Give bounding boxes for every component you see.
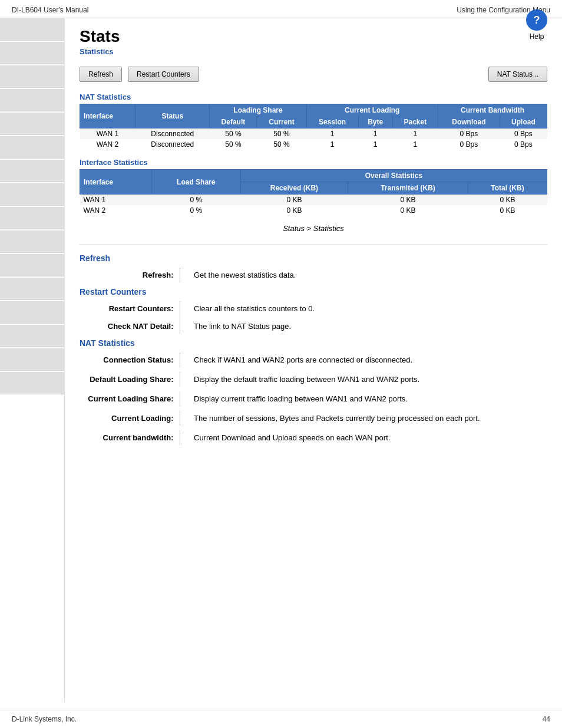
th-current-loading: Current Loading <box>306 104 438 117</box>
sidebar-block-13 <box>0 301 64 324</box>
current-bandwidth-value: Current Download and Upload speeds on ea… <box>187 430 547 445</box>
nat-row: Check NAT Detail: The link to NAT Status… <box>80 316 547 334</box>
restart-row: Restart Counters: Clear all the statisti… <box>80 301 547 316</box>
sep1 <box>180 268 187 282</box>
if-table-row: WAN 2 0 % 0 KB 0 KB 0 KB <box>80 205 547 216</box>
current-loading-value: The number of sessions, Bytes and Packet… <box>187 411 547 426</box>
conn-label: Connection Status: <box>80 353 180 367</box>
page-header: DI-LB604 User's Manual Using the Configu… <box>0 0 562 18</box>
button-row: Refresh Restart Counters NAT Status .. <box>80 67 547 82</box>
refresh-value: Get the newest statistics data. <box>187 268 547 282</box>
nat-current: 50 % <box>257 129 306 140</box>
spacer-row1 <box>80 282 547 287</box>
if-table-row: WAN 1 0 % 0 KB 0 KB 0 KB <box>80 195 547 206</box>
th-if-interface: Interface <box>80 170 152 195</box>
th-current-bandwidth: Current Bandwidth <box>438 104 547 117</box>
sep7 <box>180 411 187 426</box>
sidebar-block-15 <box>0 348 64 371</box>
current-loading-share-value: Display current traffic loading between … <box>187 391 547 406</box>
interface-statistics-title: Interface Statistics <box>80 158 547 167</box>
sidebar-block-9 <box>0 207 64 229</box>
th-download: Download <box>438 116 500 129</box>
nat-current: 50 % <box>257 139 306 150</box>
nat-check-label: Check NAT Detail: <box>80 316 180 334</box>
sidebar-block-7 <box>0 160 64 182</box>
sidebar-block-14 <box>0 325 64 347</box>
spacer-row3 <box>80 367 547 372</box>
th-loading-share: Loading Share <box>210 104 306 117</box>
refresh-button[interactable]: Refresh <box>80 67 122 82</box>
th-if-received: Received (KB) <box>240 182 348 195</box>
nat-upload: 0 Bps <box>500 129 547 140</box>
current-loading-label: Current Loading: <box>80 411 180 426</box>
desc-table: Refresh: Get the newest statistics data. <box>80 268 547 287</box>
help-button[interactable]: ? Help <box>526 9 547 41</box>
nat-upload: 0 Bps <box>500 139 547 150</box>
th-byte: Byte <box>358 116 392 129</box>
sidebar-block-6 <box>0 136 64 159</box>
sep5 <box>180 372 187 387</box>
sep3 <box>180 316 187 334</box>
th-session: Session <box>306 116 358 129</box>
current-loading-share-row: Current Loading Share: Display current t… <box>80 391 547 406</box>
sidebar-block-12 <box>0 278 64 300</box>
th-status: Status <box>135 104 210 129</box>
sidebar-block-1 <box>0 18 64 41</box>
nat-stats-heading: NAT Statistics <box>80 338 547 348</box>
nat-interface: WAN 1 <box>80 129 135 140</box>
if-transmited: 0 KB <box>348 205 468 216</box>
refresh-row: Refresh: Get the newest statistics data. <box>80 268 547 282</box>
footer-left: D-Link Systems, Inc. <box>12 715 77 723</box>
sep6 <box>180 391 187 406</box>
refresh-label: Refresh: <box>80 268 180 282</box>
footer-right: 44 <box>543 715 550 723</box>
default-loading-label: Default Loading Share: <box>80 372 180 387</box>
nat-byte: 1 <box>358 139 392 150</box>
page-title: Stats <box>80 27 547 46</box>
nat-default: 50 % <box>210 139 257 150</box>
sidebar-block-10 <box>0 230 64 253</box>
th-interface: Interface <box>80 104 135 129</box>
nat-byte: 1 <box>358 129 392 140</box>
th-if-transmited: Transmited (KB) <box>348 182 468 195</box>
interface-statistics-table: Interface Load Share Overall Statistics … <box>80 169 547 216</box>
restart-heading: Restart Counters <box>80 287 547 297</box>
if-loadshare: 0 % <box>151 205 240 216</box>
page-subtitle: Statistics <box>80 47 547 56</box>
default-loading-row: Default Loading Share: Display the defau… <box>80 372 547 387</box>
if-total: 0 KB <box>468 205 547 216</box>
nat-table-row: WAN 2 Disconnected 50 % 50 % 1 1 1 0 Bps… <box>80 139 547 150</box>
left-sidebar <box>0 18 65 702</box>
sidebar-block-8 <box>0 183 64 206</box>
sidebar-block-5 <box>0 113 64 135</box>
restart-counters-button[interactable]: Restart Counters <box>128 67 199 82</box>
th-if-overall: Overall Statistics <box>240 170 547 182</box>
current-loading-row: Current Loading: The number of sessions,… <box>80 411 547 426</box>
th-current: Current <box>257 116 306 129</box>
nat-interface: WAN 2 <box>80 139 135 150</box>
nat-status-button[interactable]: NAT Status .. <box>488 67 547 82</box>
restart-value: Clear all the statistics counters to 0. <box>187 301 547 316</box>
sidebar-block-11 <box>0 254 64 276</box>
sidebar-block-16 <box>0 372 64 394</box>
current-bandwidth-row: Current bandwidth: Current Download and … <box>80 430 547 445</box>
if-interface: WAN 1 <box>80 195 152 206</box>
sidebar-block-3 <box>0 65 64 88</box>
nat-session: 1 <box>306 139 358 150</box>
restart-label: Restart Counters: <box>80 301 180 316</box>
divider <box>80 245 547 245</box>
current-bandwidth-label: Current bandwidth: <box>80 430 180 445</box>
content-area: ? Help Stats Statistics Refresh Restart … <box>65 18 562 702</box>
header-left: DI-LB604 User's Manual <box>12 6 88 14</box>
th-if-loadshare: Load Share <box>151 170 240 195</box>
sep4 <box>180 353 187 367</box>
if-received: 0 KB <box>240 205 348 216</box>
th-upload: Upload <box>500 116 547 129</box>
nat-session: 1 <box>306 129 358 140</box>
nat-statistics-table: Interface Status Loading Share Current L… <box>80 104 547 150</box>
if-interface: WAN 2 <box>80 205 152 216</box>
th-if-total: Total (KB) <box>468 182 547 195</box>
spacer-row4 <box>80 387 547 391</box>
th-packet: Packet <box>392 116 438 129</box>
nat-check-value: The link to NAT Status page. <box>187 316 547 334</box>
